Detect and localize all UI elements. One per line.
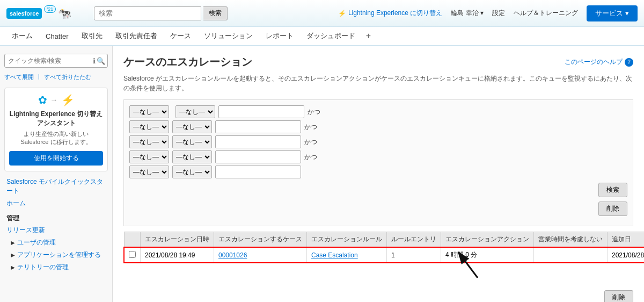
col-escalation-rule: エスカレーションルール (307, 232, 387, 248)
info-icon: ℹ (93, 57, 96, 65)
table-header: エスカレーション日時 エスカレーションするケース エスカレーションルール ルール… (124, 232, 644, 248)
filter-select-5a[interactable]: —なし— (129, 166, 169, 178)
filter-text-3[interactable] (215, 135, 301, 148)
collapse-all-link[interactable]: すべて折りたたむ (44, 73, 91, 81)
table-header-row: エスカレーション日時 エスカレーションするケース エスカレーションルール ルール… (124, 232, 644, 248)
search-icon[interactable]: 🔍 (97, 57, 105, 65)
search-input[interactable] (94, 6, 201, 20)
nav-item-cases[interactable]: ケース (165, 27, 196, 46)
page-title-row: ケースのエスカレーション このページのヘルプ ? (123, 55, 633, 69)
filter-select-4b[interactable]: —なし— (172, 150, 212, 163)
filter-select-2b[interactable]: —なし— (172, 120, 212, 133)
filter-text-5[interactable] (215, 166, 301, 178)
service-btn-label: サービス (595, 9, 623, 18)
cow-icon: 🐄 (58, 7, 71, 20)
flower-icon: ✿ (38, 94, 47, 106)
sidebar-app-management[interactable]: ▶ アプリケーションを管理する (0, 249, 112, 261)
user-menu[interactable]: 輪島 幸治 ▾ (451, 9, 484, 18)
arrow-annotation (456, 251, 488, 279)
conjunction-1: かつ (308, 107, 320, 117)
settings-link[interactable]: 設定 (492, 9, 505, 18)
row-rule-entry: 1 (387, 247, 441, 263)
nav-item-chatter[interactable]: Chatter (40, 27, 74, 46)
filter-row-2: —なし— —なし— かつ (129, 120, 627, 133)
filter-select-1a[interactable]: —なし— (129, 105, 169, 118)
case-link[interactable]: 00001026 (218, 251, 247, 259)
filter-buttons: 検索 (129, 183, 627, 197)
content-area: ケースのエスカレーション このページのヘルプ ? Salesforce がエスカ… (113, 46, 644, 302)
filter-select-3a[interactable]: —なし— (129, 135, 169, 148)
nav-item-reports[interactable]: レポート (260, 27, 299, 46)
filter-select-3b[interactable]: —なし— (172, 135, 212, 148)
nav-item-dashboard[interactable]: ダッシュボード (301, 27, 361, 46)
tree-arrow-icon: ▶ (11, 240, 15, 246)
nav-item-contacts[interactable]: 取引先責任者 (110, 27, 163, 46)
filter-delete-button[interactable]: 削除 (598, 202, 627, 216)
filter-select-1b[interactable]: —なし— (175, 105, 215, 118)
col-escalation-action: エスカレーションアクション (441, 232, 534, 248)
search-button[interactable]: 検索 (203, 6, 228, 20)
sidebar-banner: ✿ → ⚡ Lightning Experience 切り替えアシスタント より… (4, 88, 108, 171)
col-added-date: 追加日 (608, 232, 645, 248)
filter-search-button[interactable]: 検索 (598, 183, 627, 197)
filter-text-4[interactable] (215, 150, 301, 163)
help-circle-icon: ? (625, 58, 633, 67)
page-title: ケースのエスカレーション (123, 55, 252, 69)
nav-contacts-label: 取引先責任者 (115, 31, 157, 41)
expand-all-link[interactable]: すべて展開 (4, 73, 34, 81)
col-rule-entry: ルールエントリ (387, 232, 441, 248)
year-badge: '21 (44, 5, 56, 13)
sidebar-search-area: ℹ 🔍 (4, 54, 108, 68)
salesforce-logo: salesforce '21 🐄 (6, 7, 71, 20)
help-link[interactable]: ヘルプ＆トレーニング (514, 9, 578, 18)
filter-row-1: —なし— —なし— かつ (129, 105, 627, 118)
filter-select-4a[interactable]: —なし— (129, 150, 169, 163)
row-added-date: 2021/08/28 15:49 (608, 247, 645, 263)
row-escalation-date: 2021/08/28 19:49 (141, 247, 214, 263)
page-help-label: このページのヘルプ (565, 57, 623, 67)
sidebar-territory-management[interactable]: ▶ テリトリーの管理 (0, 261, 112, 274)
lightning-switch[interactable]: ⚡ Lightning Experience に切り替え (338, 9, 442, 18)
page-description: Salesforce がエスカレーションルールを起動すると、そのエスカレーション… (123, 74, 633, 93)
annotation-arrow-svg (456, 251, 488, 278)
banner-description: より生産性の高い新しい Salesforce に移行します。 (9, 130, 103, 147)
sidebar-search-icons: ℹ 🔍 (91, 57, 107, 65)
conjunction-2: かつ (304, 123, 317, 132)
row-escalation-case: 00001026 (214, 247, 307, 263)
lightning-switch-label: Lightning Experience に切り替え (348, 9, 442, 18)
user-dropdown-icon: ▾ (480, 9, 484, 17)
escalation-table: エスカレーション日時 エスカレーションするケース エスカレーションルール ルール… (123, 232, 644, 263)
filter-row-4: —なし— —なし— かつ (129, 150, 627, 163)
bottom-button-row: 削除 (123, 290, 633, 302)
nav-add-tab[interactable]: + (363, 31, 374, 41)
filter-area: —なし— —なし— かつ —なし— —なし— かつ (123, 99, 633, 226)
sidebar-user-management[interactable]: ▶ ユーザの管理 (0, 236, 112, 249)
nav-solutions-label: ソリューション (204, 31, 253, 41)
table-body: 2021/08/28 19:49 00001026 Case Escalatio… (124, 247, 644, 263)
sidebar-home-link[interactable]: ホーム (0, 197, 112, 210)
nav-item-accounts[interactable]: 取引先 (76, 27, 108, 46)
filter-text-1[interactable] (218, 105, 304, 118)
nav-item-solutions[interactable]: ソリューション (199, 27, 258, 46)
filter-text-2[interactable] (215, 120, 301, 133)
banner-start-button[interactable]: 使用を開始する (9, 151, 103, 166)
nav-cases-label: ケース (170, 31, 191, 41)
nav-home-label: ホーム (12, 31, 33, 41)
svg-line-1 (462, 256, 478, 278)
sidebar-release-updates[interactable]: リリース更新 (0, 224, 112, 236)
nav-bar: ホーム Chatter 取引先 取引先責任者 ケース ソリューション レポート … (0, 27, 644, 46)
filter-row-3: —なし— —なし— かつ (129, 135, 627, 148)
filter-select-2a[interactable]: —なし— (129, 120, 169, 133)
service-button[interactable]: サービス ▾ (587, 5, 638, 21)
col-business-hours: 営業時間を考慮しない (534, 232, 608, 248)
sidebar-mobile-link[interactable]: Salesforce モバイルクイックスタート (0, 176, 112, 197)
sidebar-search-input[interactable] (5, 57, 91, 64)
page-help-link[interactable]: このページのヘルプ ? (565, 57, 633, 67)
nav-item-home[interactable]: ホーム (6, 27, 38, 46)
row-checkbox[interactable] (129, 251, 136, 258)
bottom-delete-button[interactable]: 削除 (604, 290, 633, 302)
filter-delete-row: 削除 (129, 202, 627, 216)
filter-select-5b[interactable]: —なし— (172, 166, 212, 178)
right-arrow-icon: → (50, 96, 58, 104)
rule-link[interactable]: Case Escalation (311, 251, 358, 259)
